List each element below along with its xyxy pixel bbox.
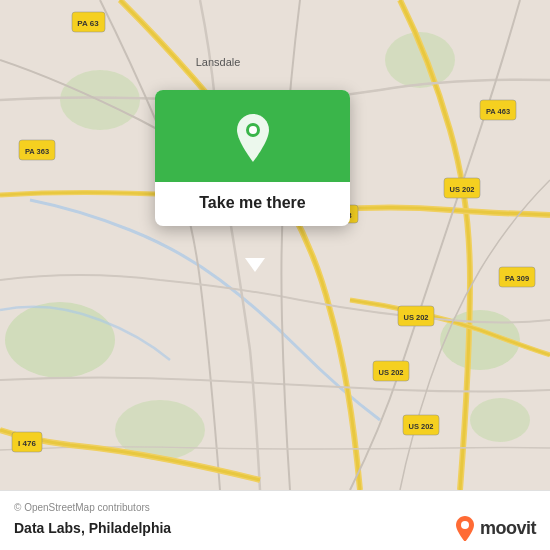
location-label: Data Labs, Philadelphia — [14, 520, 171, 536]
map-container: PA 63 PA 463 PA 363 US 202 PA 63 US 202 … — [0, 0, 550, 490]
location-pin-icon — [231, 112, 275, 164]
copyright-text: © OpenStreetMap contributors — [14, 502, 536, 513]
moovit-logo: moovit — [454, 515, 536, 541]
moovit-text: moovit — [480, 518, 536, 539]
take-me-there-button[interactable]: Take me there — [181, 182, 323, 226]
svg-text:PA 463: PA 463 — [486, 107, 510, 116]
svg-text:US 202: US 202 — [449, 185, 474, 194]
svg-text:PA 363: PA 363 — [25, 147, 49, 156]
bottom-row: Data Labs, Philadelphia moovit — [14, 515, 536, 541]
svg-text:PA 63: PA 63 — [77, 19, 99, 28]
svg-text:I 476: I 476 — [18, 439, 36, 448]
bottom-bar: © OpenStreetMap contributors Data Labs, … — [0, 490, 550, 550]
popup-green-section — [155, 90, 350, 182]
popup-tip — [245, 258, 265, 272]
svg-text:US 202: US 202 — [378, 368, 403, 377]
svg-text:Lansdale: Lansdale — [196, 56, 241, 68]
svg-text:PA 309: PA 309 — [505, 274, 529, 283]
svg-point-5 — [470, 398, 530, 442]
moovit-pin-icon — [454, 515, 476, 541]
svg-text:US 202: US 202 — [403, 313, 428, 322]
svg-text:US 202: US 202 — [408, 422, 433, 431]
svg-point-29 — [249, 126, 257, 134]
svg-point-1 — [5, 302, 115, 378]
svg-point-30 — [461, 521, 469, 529]
popup-card: Take me there — [155, 90, 350, 226]
